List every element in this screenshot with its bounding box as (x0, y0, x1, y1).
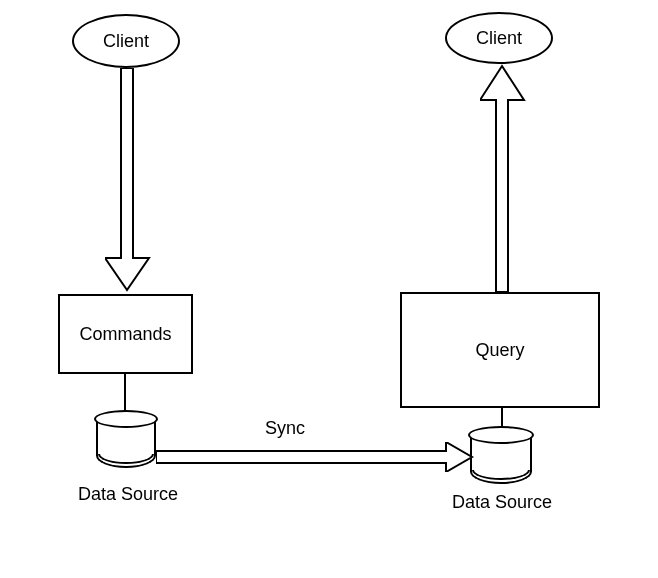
arrow-client-to-commands (105, 68, 155, 293)
client-left-label: Client (103, 31, 149, 52)
datasource-left-label: Data Source (78, 484, 178, 505)
client-right-label: Client (476, 28, 522, 49)
datasource-left-cylinder (96, 418, 156, 468)
datasource-right-label: Data Source (452, 492, 552, 513)
datasource-right-cylinder (470, 434, 532, 484)
query-box: Query (400, 292, 600, 408)
sync-label: Sync (265, 418, 305, 439)
client-right-ellipse: Client (445, 12, 553, 64)
arrow-query-to-client (480, 64, 530, 292)
commands-box: Commands (58, 294, 193, 374)
commands-label: Commands (79, 324, 171, 345)
client-left-ellipse: Client (72, 14, 180, 68)
arrow-sync (156, 442, 474, 472)
cqrs-diagram: Client Client Commands Query (0, 0, 658, 578)
query-label: Query (475, 340, 524, 361)
